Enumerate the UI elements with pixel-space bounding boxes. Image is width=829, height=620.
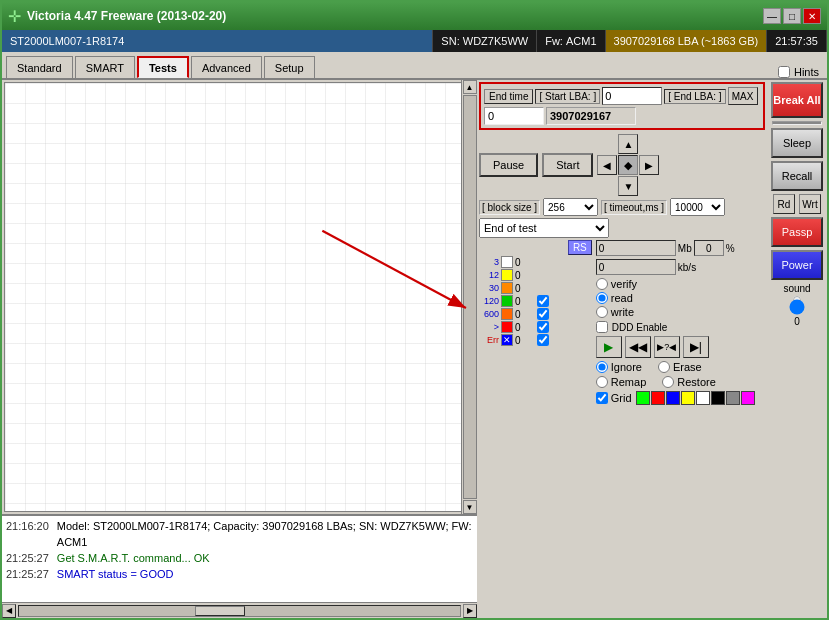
- back-button[interactable]: ◀◀: [625, 336, 651, 358]
- restore-option[interactable]: Restore: [662, 376, 716, 388]
- grid-color-blue[interactable]: [666, 391, 680, 405]
- scroll-right-arrow[interactable]: ▶: [463, 604, 477, 618]
- end-lba-label: [ End LBA: ]: [664, 89, 725, 104]
- power-button[interactable]: Power: [771, 250, 823, 280]
- log-check-600[interactable]: [537, 308, 549, 320]
- ddd-enable-row: DDD Enable: [596, 321, 765, 333]
- tab-smart[interactable]: SMART: [75, 56, 135, 78]
- verify-option[interactable]: verify: [596, 278, 765, 290]
- dir-up[interactable]: ▲: [618, 134, 638, 154]
- hints-checkbox[interactable]: [778, 66, 790, 78]
- kbs-progress-bar: 0: [596, 259, 676, 275]
- repair-options: Ignore Erase Remap: [596, 361, 765, 388]
- end-button[interactable]: ▶|: [683, 336, 709, 358]
- wrt-button[interactable]: Wrt: [799, 194, 821, 214]
- tab-advanced[interactable]: Advanced: [191, 56, 262, 78]
- timeout-select[interactable]: 10000 5000 20000: [670, 198, 725, 216]
- rd-button[interactable]: Rd: [773, 194, 795, 214]
- grid-row: Grid: [596, 391, 765, 405]
- play-button[interactable]: ▶: [596, 336, 622, 358]
- log-row-err: Err ✕ 0: [479, 334, 592, 346]
- erase-option[interactable]: Erase: [658, 361, 702, 373]
- grid-colors: [636, 391, 755, 405]
- sound-slider[interactable]: [777, 295, 817, 315]
- end-time-button[interactable]: End time: [484, 89, 533, 104]
- ignore-option[interactable]: Ignore: [596, 361, 642, 373]
- tab-bar: Standard SMART Tests Advanced Setup Hint…: [2, 52, 827, 80]
- maximize-button[interactable]: □: [783, 8, 801, 24]
- start-lba-input[interactable]: [602, 87, 662, 105]
- dir-right[interactable]: ▶: [639, 155, 659, 175]
- read-option[interactable]: read: [596, 292, 765, 304]
- lba-section: End time [ Start LBA: ] [ End LBA: ] MAX: [479, 82, 765, 130]
- grid-color-yellow[interactable]: [681, 391, 695, 405]
- log-bar-120: [501, 295, 513, 307]
- sleep-button[interactable]: Sleep: [771, 128, 823, 158]
- ddd-enable-checkbox[interactable]: [596, 321, 608, 333]
- recall-button[interactable]: Recall: [771, 161, 823, 191]
- minimize-button[interactable]: —: [763, 8, 781, 24]
- chart-area: [4, 82, 475, 512]
- max-button[interactable]: MAX: [728, 87, 758, 105]
- rd-wrt-row: Rd Wrt: [769, 194, 825, 214]
- log-bar-gt: [501, 321, 513, 333]
- log-check-err[interactable]: [537, 334, 549, 346]
- scroll-down-arrow[interactable]: ▼: [463, 500, 477, 514]
- direction-pad: ▲ ◀ ◆ ▶ ▼: [597, 134, 659, 196]
- log-check-120[interactable]: [537, 295, 549, 307]
- grid-checkbox[interactable]: [596, 392, 608, 404]
- horizontal-scrollbar[interactable]: ◀ ▶: [2, 602, 477, 618]
- start-lba-value[interactable]: [484, 107, 544, 125]
- remap-option[interactable]: Remap: [596, 376, 646, 388]
- break-all-button[interactable]: Break All: [771, 82, 823, 118]
- dir-down[interactable]: ▼: [618, 176, 638, 196]
- read-write-options: verify read write: [596, 278, 765, 318]
- scroll-up-arrow[interactable]: ▲: [463, 80, 477, 94]
- right-sidebar: Break All Sleep Recall Rd Wrt Passp: [767, 80, 827, 618]
- log-check-gt[interactable]: [537, 321, 549, 333]
- scroll-track[interactable]: [463, 95, 477, 499]
- scroll-h-track[interactable]: [18, 605, 461, 617]
- close-button[interactable]: ✕: [803, 8, 821, 24]
- scroll-h-thumb[interactable]: [195, 606, 245, 616]
- grid-color-red[interactable]: [651, 391, 665, 405]
- log-row-30: 30 0: [479, 282, 592, 294]
- log-section: RS 3 0 12 0: [479, 240, 765, 405]
- timeout-label: [ timeout,ms ]: [601, 200, 667, 215]
- log-output: 21:16:20 Model: ST2000LM007-1R8174; Capa…: [2, 514, 477, 602]
- write-option[interactable]: write: [596, 306, 765, 318]
- status-bar: ST2000LM007-1R8174 SN: WDZ7K5WW Fw: ACM1…: [2, 30, 827, 52]
- grid-color-white[interactable]: [696, 391, 710, 405]
- end-lba-value[interactable]: [546, 107, 636, 125]
- log-line-2: 21:25:27 Get S.M.A.R.T. command... OK: [6, 550, 473, 566]
- lba-segment: 3907029168 LBA (~1863 GB): [606, 30, 768, 52]
- rs-button[interactable]: RS: [568, 240, 592, 255]
- log-row-3: 3 0: [479, 256, 592, 268]
- separator-1: [772, 121, 822, 125]
- log-row-600: 600 0: [479, 308, 592, 320]
- grid-color-gray[interactable]: [726, 391, 740, 405]
- dir-center: ◆: [618, 155, 638, 175]
- grid-color-green[interactable]: [636, 391, 650, 405]
- grid-color-magenta[interactable]: [741, 391, 755, 405]
- block-size-label: [ block size ]: [479, 200, 540, 215]
- tab-standard[interactable]: Standard: [6, 56, 73, 78]
- model-segment: ST2000LM007-1R8174: [2, 30, 433, 52]
- start-lba-label: [ Start LBA: ]: [535, 89, 600, 104]
- chart-scrollbar[interactable]: ▲ ▼: [461, 80, 477, 514]
- tab-tests[interactable]: Tests: [137, 56, 189, 78]
- start-button[interactable]: Start: [542, 153, 593, 177]
- block-size-select[interactable]: 256 512 1024: [543, 198, 598, 216]
- dir-left[interactable]: ◀: [597, 155, 617, 175]
- scroll-left-arrow[interactable]: ◀: [2, 604, 16, 618]
- log-row-120: 120 0: [479, 295, 592, 307]
- step-button[interactable]: ▶?◀: [654, 336, 680, 358]
- tab-setup[interactable]: Setup: [264, 56, 315, 78]
- passp-button[interactable]: Passp: [771, 217, 823, 247]
- end-of-test-select[interactable]: End of test Restart Stop: [479, 218, 609, 238]
- grid-color-black[interactable]: [711, 391, 725, 405]
- pause-button[interactable]: Pause: [479, 153, 538, 177]
- log-bar-err: ✕: [501, 334, 513, 346]
- log-rows: 3 0 12 0 30 0: [479, 256, 592, 346]
- grid-checkbox-label[interactable]: Grid: [596, 392, 632, 404]
